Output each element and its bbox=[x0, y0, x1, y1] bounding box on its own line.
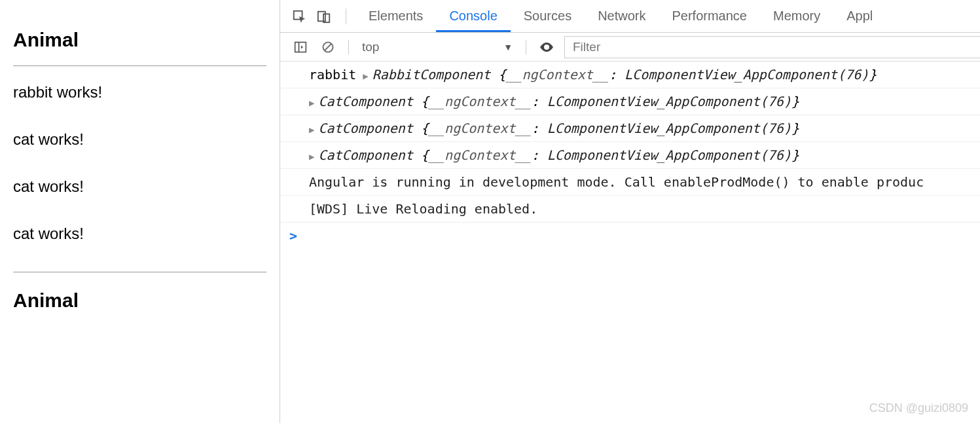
object-value: LComponentView_AppComponent(76) bbox=[547, 94, 791, 109]
clear-console-icon[interactable] bbox=[319, 39, 336, 56]
object-name: CatComponent bbox=[318, 94, 413, 109]
tab-sources[interactable]: Sources bbox=[511, 0, 585, 32]
object-name: CatComponent bbox=[318, 147, 413, 163]
eye-icon[interactable] bbox=[538, 39, 555, 56]
watermark: CSDN @guizi0809 bbox=[869, 401, 968, 415]
tab-label: Memory bbox=[773, 9, 820, 24]
object-value: LComponentView_AppComponent(76) bbox=[547, 120, 791, 136]
inspect-element-icon[interactable] bbox=[291, 8, 308, 25]
heading-animal-1: Animal bbox=[13, 29, 266, 51]
list-item: rabbit works! bbox=[13, 83, 266, 101]
tab-label: Console bbox=[449, 9, 497, 24]
context-selector[interactable]: top ▼ bbox=[355, 40, 519, 54]
log-message: [WDS] Live Reloading enabled. bbox=[309, 201, 537, 217]
expand-icon[interactable]: ▶ bbox=[309, 98, 314, 108]
object-key: __ngContext__ bbox=[429, 147, 532, 163]
console-message-row[interactable]: [WDS] Live Reloading enabled. bbox=[280, 196, 980, 223]
separator bbox=[348, 40, 349, 54]
object-key: __ngContext__ bbox=[429, 120, 532, 136]
divider bbox=[13, 272, 266, 272]
filter-input[interactable] bbox=[564, 36, 980, 58]
tab-network[interactable]: Network bbox=[585, 0, 659, 32]
tab-application[interactable]: Appl bbox=[833, 0, 886, 32]
context-label: top bbox=[362, 40, 379, 54]
svg-rect-3 bbox=[295, 42, 306, 52]
tab-elements[interactable]: Elements bbox=[355, 0, 436, 32]
tab-label: Performance bbox=[672, 9, 748, 24]
console-toolbar: top ▼ bbox=[280, 33, 980, 62]
tab-label: Elements bbox=[369, 9, 423, 24]
console-log-row[interactable]: ▶ CatComponent { __ngContext__ : LCompon… bbox=[280, 88, 980, 115]
device-toggle-icon[interactable] bbox=[316, 8, 333, 25]
console-log-row[interactable]: rabbit ▶ RabbitComponent { __ngContext__… bbox=[280, 62, 980, 88]
object-key: __ngContext__ bbox=[506, 67, 609, 83]
tab-label: Network bbox=[598, 9, 645, 24]
expand-icon[interactable]: ▶ bbox=[363, 71, 368, 81]
console-log-row[interactable]: ▶ CatComponent { __ngContext__ : LCompon… bbox=[280, 115, 980, 142]
tab-label: Appl bbox=[846, 9, 873, 24]
expand-icon[interactable]: ▶ bbox=[309, 151, 314, 162]
console-output: rabbit ▶ RabbitComponent { __ngContext__… bbox=[280, 62, 980, 423]
tab-memory[interactable]: Memory bbox=[760, 0, 833, 32]
devtools-tabs: Elements Console Sources Network Perform… bbox=[280, 0, 980, 33]
prompt-caret-icon: > bbox=[289, 228, 297, 244]
object-value: LComponentView_AppComponent(76) bbox=[547, 147, 791, 163]
console-log-row[interactable]: ▶ CatComponent { __ngContext__ : LCompon… bbox=[280, 142, 980, 169]
tab-label: Sources bbox=[524, 9, 572, 24]
svg-line-6 bbox=[325, 44, 331, 50]
tab-performance[interactable]: Performance bbox=[659, 0, 761, 32]
console-message-row[interactable]: Angular is running in development mode. … bbox=[280, 169, 980, 196]
object-value: LComponentView_AppComponent(76) bbox=[625, 67, 869, 83]
object-name: RabbitComponent bbox=[372, 67, 491, 83]
console-prompt[interactable]: > bbox=[280, 223, 980, 249]
separator bbox=[526, 40, 526, 54]
list-item: cat works! bbox=[13, 130, 266, 149]
log-prefix: rabbit bbox=[309, 67, 356, 83]
expand-icon[interactable]: ▶ bbox=[309, 124, 314, 135]
heading-animal-2: Animal bbox=[13, 289, 266, 312]
sidebar-toggle-icon[interactable] bbox=[292, 39, 309, 56]
divider bbox=[13, 65, 266, 66]
list-item: cat works! bbox=[13, 177, 266, 196]
object-name: CatComponent bbox=[318, 120, 413, 136]
object-key: __ngContext__ bbox=[429, 94, 532, 109]
log-message: Angular is running in development mode. … bbox=[309, 174, 924, 190]
separator bbox=[346, 9, 346, 24]
devtools-panel: Elements Console Sources Network Perform… bbox=[280, 0, 980, 423]
tab-console[interactable]: Console bbox=[436, 0, 510, 32]
list-item: cat works! bbox=[13, 225, 266, 243]
chevron-down-icon: ▼ bbox=[503, 42, 513, 52]
svg-rect-1 bbox=[318, 11, 325, 21]
page-content: Animal rabbit works! cat works! cat work… bbox=[0, 0, 280, 423]
